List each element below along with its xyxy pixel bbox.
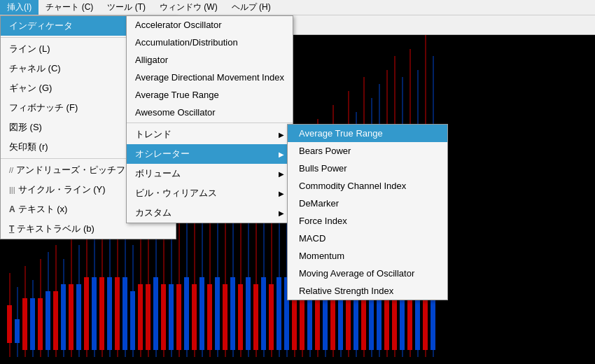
- menu-item-accelerator[interactable]: Accelerator Oscillator: [127, 16, 293, 34]
- level2-menu: Accelerator Oscillator Accumulation/Dist…: [126, 15, 293, 223]
- submenu-item-atr[interactable]: Average True Range: [288, 125, 447, 142]
- cycle-icon: |||: [9, 186, 15, 194]
- submenu-item-mao[interactable]: Moving Average of Oscillator: [288, 265, 447, 282]
- menu-insert[interactable]: 挿入(I): [0, 0, 38, 15]
- submenu-item-rsi[interactable]: Relative Strength Index: [288, 282, 447, 300]
- menu-item-volume[interactable]: ボリューム ▶: [127, 164, 293, 183]
- williams-arrow-icon: ▶: [279, 190, 284, 197]
- menu-chart[interactable]: チャート (C): [38, 0, 100, 15]
- submenu-item-demarker[interactable]: DeMarker: [288, 195, 447, 212]
- level3-menu: Average True Range Bears Power Bulls Pow…: [287, 124, 448, 300]
- menubar: 挿入(I) チャート (C) ツール (T) ウィンドウ (W) ヘルプ (H): [0, 0, 595, 15]
- menu-item-oscillator[interactable]: オシレーター ▶: [127, 144, 293, 164]
- menu-item-accum[interactable]: Accumulation/Distribution: [127, 34, 293, 51]
- andrews-icon: //: [9, 166, 13, 174]
- volume-arrow-icon: ▶: [279, 170, 284, 178]
- menu-item-alligator[interactable]: Alligator: [127, 51, 293, 69]
- trend-arrow-icon: ▶: [279, 131, 284, 139]
- menu-item-awesome[interactable]: Awesome Oscillator: [127, 104, 293, 121]
- menu-item-williams[interactable]: ビル・ウィリアムス ▶: [127, 183, 293, 203]
- submenu-item-macd[interactable]: MACD: [288, 230, 447, 247]
- submenu-item-bears[interactable]: Bears Power: [288, 142, 447, 160]
- textlabel-icon: T: [9, 224, 14, 234]
- menu-item-trend[interactable]: トレンド ▶: [127, 125, 293, 144]
- submenu-item-bulls[interactable]: Bulls Power: [288, 160, 447, 177]
- text-icon: A: [9, 204, 15, 214]
- menu-item-custom[interactable]: カスタム ▶: [127, 203, 293, 223]
- menu-tools[interactable]: ツール (T): [100, 0, 153, 15]
- menu-window[interactable]: ウィンドウ (W): [153, 0, 225, 15]
- submenu-item-momentum[interactable]: Momentum: [288, 247, 447, 265]
- submenu-item-force[interactable]: Force Index: [288, 212, 447, 230]
- menu-item-admi[interactable]: Average Directional Movement Index: [127, 69, 293, 86]
- custom-arrow-icon: ▶: [279, 209, 284, 217]
- menu-help[interactable]: ヘルプ (H): [225, 0, 278, 15]
- oscillator-arrow-icon: ▶: [279, 150, 284, 158]
- submenu-item-cci[interactable]: Commodity Channel Index: [288, 177, 447, 195]
- menu-container: インディケータ ▶ ライン (L) ▶ チャネル (C) ▶ ギャン (G) ▶…: [0, 15, 176, 239]
- divider-l2-1: [127, 122, 293, 123]
- menu-item-atr[interactable]: Average True Range: [127, 86, 293, 104]
